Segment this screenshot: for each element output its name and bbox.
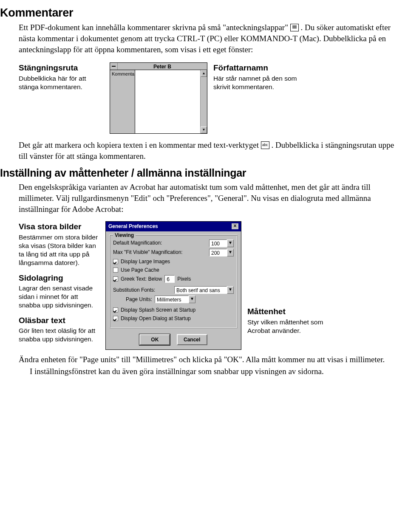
callout-author-title: Författarnamn (213, 62, 298, 73)
para-4: Ändra enheten för "Page units" till "Mil… (19, 354, 400, 365)
chevron-down-icon[interactable]: ▼ (227, 286, 234, 294)
callout-sido-text: Lagrar den senast visade sidan i minnet … (19, 284, 99, 310)
para-1a: Ett PDF-dokument kan innehålla kommentar… (19, 23, 290, 32)
group-viewing: Default Magnification: 100 ▼ Max "Fit Vi… (109, 235, 238, 329)
callout-sido-title: Sidolagring (19, 273, 99, 284)
max-fit-value: 200 (209, 249, 227, 256)
comment-titlebar[interactable]: Peter B (110, 62, 207, 70)
close-icon[interactable] (110, 63, 118, 70)
callout-matt-title: Måttenhet (247, 306, 324, 317)
callout-olas-title: Oläsbar text (19, 315, 99, 326)
page-units-select[interactable]: Millimeters ▼ (155, 296, 196, 303)
checkbox-greek[interactable] (113, 276, 118, 281)
comment-textarea[interactable]: ▲ ▼ (135, 70, 207, 134)
heading-kommentarer: Kommentarer (0, 5, 400, 20)
chevron-down-icon[interactable]: ▼ (189, 296, 196, 303)
label-sub-fonts: Substitution Fonts: (113, 287, 155, 293)
default-mag-value: 100 (209, 239, 227, 247)
dialog-close-icon[interactable]: × (232, 223, 238, 229)
dialog-title: General Preferences (108, 223, 158, 230)
label-max-fit: Max "Fit Visible" Magnification: (113, 249, 183, 256)
comment-window: Peter B Kommentar ▲ ▼ (110, 62, 207, 134)
label-pixels: Pixels (177, 276, 191, 282)
checkbox-splash[interactable] (113, 307, 118, 312)
callout-close-text: Dubbelklicka här för att stänga kommenta… (19, 74, 104, 91)
callout-visa-text: Bestämmer om stora bilder ska visas (Sto… (19, 233, 99, 267)
heading-installning: Inställning av måttenheter / allmänna in… (0, 166, 400, 180)
label-greek: Greek Text: Below (121, 276, 162, 282)
para-3: Den engelskspråkiga varianten av Acrobat… (19, 182, 400, 214)
callout-visa-title: Visa stora bilder (19, 221, 99, 232)
callout-olas-text: Gör liten text oläslig för att snabba up… (19, 327, 99, 343)
callout-close-title: Stängningsruta (19, 62, 104, 73)
sub-fonts-select[interactable]: Both serif and sans ▼ (174, 286, 234, 294)
callout-author-text: Här står namnet på den som skrivit komme… (213, 74, 298, 91)
callouts-left: Visa stora bilder Bestämmer om stora bil… (19, 221, 99, 343)
chevron-down-icon[interactable]: ▼ (227, 239, 234, 247)
cancel-button[interactable]: Cancel (177, 334, 207, 345)
para-5: I inställningsfönstret kan du även göra … (19, 366, 400, 377)
scrollbar[interactable]: ▲ ▼ (200, 70, 207, 133)
max-fit-select[interactable]: 200 ▼ (209, 249, 234, 256)
callout-matt-text: Styr vilken måttenhet som Acrobat använd… (247, 318, 324, 335)
para-2: Det går att markera och kopiera texten i… (19, 140, 400, 161)
checkbox-display-large[interactable] (113, 259, 118, 264)
ok-button[interactable]: OK (139, 334, 170, 345)
figure-comment-window: Stängningsruta Dubbelklicka här för att … (19, 62, 400, 134)
sub-fonts-value: Both serif and sans (174, 286, 227, 294)
label-default-mag: Default Magnification: (113, 239, 162, 246)
checkbox-open-dialog[interactable] (113, 316, 118, 321)
dialog-titlebar[interactable]: General Preferences × (106, 222, 241, 231)
preferences-dialog: General Preferences × Default Magnificat… (105, 221, 241, 350)
comment-label: Kommentar (110, 70, 135, 134)
para-2a: Det går att markera och kopiera texten i… (19, 141, 261, 149)
dialog-buttons: OK Cancel (106, 332, 241, 349)
text-tool-icon: abc (261, 141, 269, 149)
chevron-down-icon[interactable]: ▼ (227, 249, 234, 256)
label-open-dialog: Display Open Dialog at Startup (121, 315, 191, 322)
scroll-down-icon[interactable]: ▼ (201, 127, 207, 133)
greek-value[interactable]: 6 (164, 275, 175, 283)
callout-close-box: Stängningsruta Dubbelklicka här för att … (19, 62, 104, 96)
label-splash: Display Splash Screen at Startup (121, 307, 196, 313)
note-icon (290, 24, 299, 31)
para-1: Ett PDF-dokument kan innehålla kommentar… (19, 22, 400, 55)
scroll-up-icon[interactable]: ▲ (201, 70, 207, 77)
label-use-cache: Use Page Cache (121, 267, 159, 273)
label-page-units: Page Units: (126, 296, 152, 303)
default-mag-select[interactable]: 100 ▼ (209, 239, 234, 247)
checkbox-use-cache[interactable] (113, 267, 118, 273)
page-units-value: Millimeters (155, 296, 189, 303)
comment-author: Peter B (118, 63, 207, 70)
callout-mattenhet: Måttenhet Styr vilken måttenhet som Acro… (247, 306, 324, 335)
callout-author: Författarnamn Här står namnet på den som… (213, 62, 298, 96)
label-display-large: Display Large Images (121, 258, 170, 265)
figure-preferences: Visa stora bilder Bestämmer om stora bil… (19, 221, 400, 350)
